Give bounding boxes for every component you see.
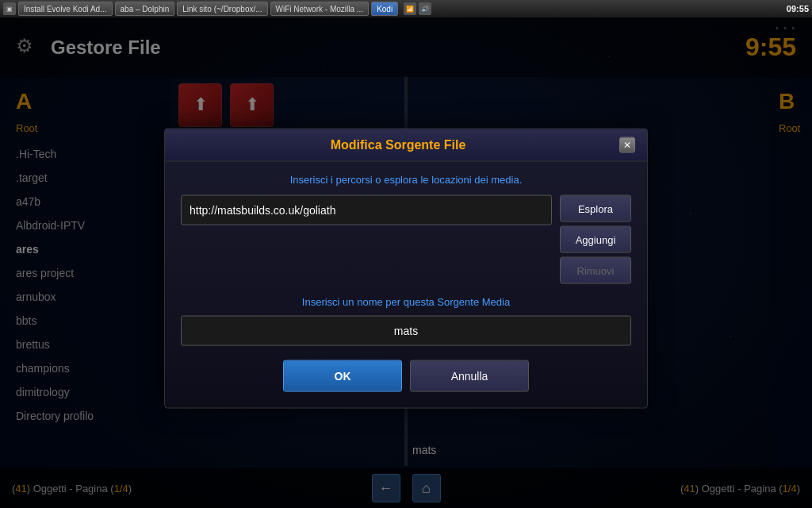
ok-button[interactable]: OK bbox=[283, 360, 402, 392]
modal-hint-1: Inserisci i percorsi o esplora le locazi… bbox=[181, 174, 631, 186]
rimuovi-button[interactable]: Rimuovi bbox=[560, 257, 631, 284]
esplora-button[interactable]: Esplora bbox=[560, 195, 631, 222]
annulla-button[interactable]: Annulla bbox=[410, 360, 529, 392]
taskbar-system-icons: 📶 🔊 bbox=[404, 2, 431, 15]
modal-dialog: Modifica Sorgente File ✕ Inserisci i per… bbox=[164, 129, 648, 409]
modal-close-button[interactable]: ✕ bbox=[619, 137, 635, 153]
modal-name-input[interactable] bbox=[181, 316, 631, 346]
taskbar-clock: 09:55 bbox=[787, 4, 809, 13]
taskbar-app-4[interactable]: WiFi Network - Mozilla ... bbox=[270, 2, 370, 16]
taskbar-start-icon[interactable]: ▣ bbox=[3, 2, 16, 15]
taskbar-icon-2: 🔊 bbox=[419, 2, 431, 15]
modal-side-buttons: Esplora Aggiungi Rimuovi bbox=[560, 195, 631, 284]
aggiungi-button[interactable]: Aggiungi bbox=[560, 226, 631, 253]
kodi-background: ⚙ Gestore File 9:55 • • • A Root .Hi-Tec… bbox=[0, 17, 812, 508]
taskbar-icon-1: 📶 bbox=[404, 2, 416, 15]
modal-url-row: Esplora Aggiungi Rimuovi bbox=[181, 195, 631, 284]
taskbar-app-1[interactable]: Install Evolve Kodi Ad... bbox=[18, 2, 113, 16]
modal-body: Inserisci i percorsi o esplora le locazi… bbox=[165, 162, 647, 408]
modal-hint-2: Inserisci un nome per questa Sorgente Me… bbox=[181, 296, 631, 308]
modal-url-input[interactable] bbox=[181, 195, 552, 225]
taskbar-app-2[interactable]: aba – Dolphin bbox=[115, 2, 175, 16]
taskbar: ▣ Install Evolve Kodi Ad... aba – Dolphi… bbox=[0, 0, 812, 17]
taskbar-app-3[interactable]: Link sito (~/Dropbox/... bbox=[177, 2, 267, 16]
modal-title: Modifica Sorgente File bbox=[177, 138, 619, 152]
modal-titlebar: Modifica Sorgente File ✕ bbox=[165, 129, 647, 162]
taskbar-app-kodi[interactable]: Kodi bbox=[371, 2, 398, 16]
modal-action-row: OK Annulla bbox=[181, 360, 631, 392]
